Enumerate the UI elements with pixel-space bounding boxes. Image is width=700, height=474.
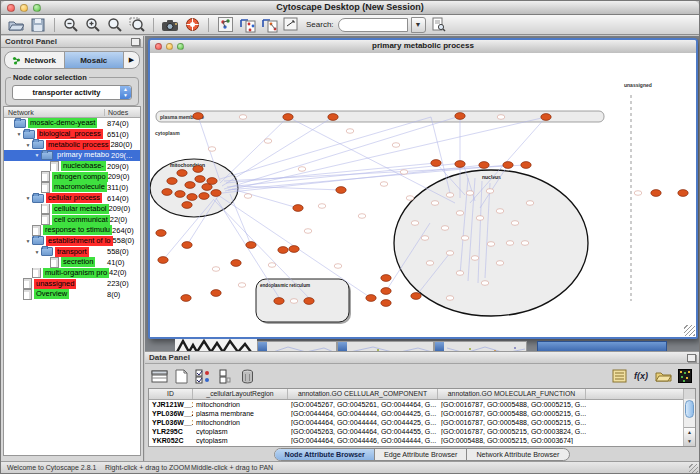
document-icon: [41, 204, 50, 215]
col-molecular-function[interactable]: annotation.GO MOLECULAR_FUNCTION: [438, 389, 586, 399]
tree-col-nodes[interactable]: Nodes: [105, 109, 140, 116]
table-cell: YPL036W__2: [149, 410, 193, 417]
tree-row-multi-organism-pro[interactable]: multi-organism pro42(0): [4, 268, 140, 279]
unselect-attributes-icon[interactable]: [216, 367, 234, 385]
tree-row-primary-metabo[interactable]: ▼primary metabo209(...: [4, 150, 140, 161]
control-panel-title: Control Panel: [5, 37, 57, 46]
snapshot-camera-icon[interactable]: [161, 16, 179, 33]
background-window-sliver[interactable]: [337, 341, 434, 351]
tree-row-biological-process[interactable]: ▼biological_process651(0): [4, 129, 140, 140]
new-attribute-icon[interactable]: [172, 367, 190, 385]
network-node: [421, 236, 429, 241]
table-row-ykr052c[interactable]: YKR052Ccytoplasm[GO:0044464, GO:0044446,…: [149, 436, 695, 445]
zoom-selected-icon[interactable]: [128, 16, 146, 33]
col-region[interactable]: _cellularLayoutRegion: [193, 389, 288, 399]
tab-network-attribute-browser[interactable]: Network Attribute Browser: [467, 449, 568, 460]
network-frame-titlebar[interactable]: primary metabolic process: [150, 40, 696, 54]
search-dropdown-arrow[interactable]: ▼: [411, 17, 426, 33]
node-color-dropdown[interactable]: transporter activity ▲▼: [12, 85, 132, 100]
table-row-ypl036w__1[interactable]: YPL036W__1mitochondrion[GO:0044464, GO:0…: [149, 418, 695, 427]
zoom-fit-icon[interactable]: [106, 16, 124, 33]
table-row-ylr295c[interactable]: YLR295Ccytoplasm[GO:0045263, GO:0044464,…: [149, 427, 695, 436]
table-row-ypl036w__2[interactable]: YPL036W__2plasma membrane[GO:0044464, GO…: [149, 409, 695, 418]
expand-arrow-icon[interactable]: ▼: [24, 195, 32, 201]
select-attributes-icon[interactable]: [194, 367, 212, 385]
col-id[interactable]: ID: [149, 389, 193, 399]
import-attributes-icon[interactable]: [654, 367, 672, 385]
tree-row-count: 209(...: [111, 151, 140, 160]
more-tabs-arrow[interactable]: ▶: [124, 52, 139, 68]
table-row-ydr039c__1[interactable]: YDR039C__1mitochondrion[GO:0044464, GO:0…: [149, 445, 695, 447]
tree-row-cell-communicat[interactable]: cell communicat22(0): [4, 214, 140, 225]
network-overview-icon[interactable]: [216, 16, 234, 33]
tab-edge-attribute-browser[interactable]: Edge Attribute Browser: [375, 449, 468, 460]
tree-row-overview[interactable]: Overview8(0): [4, 289, 140, 300]
frame-resize-grip[interactable]: [684, 325, 695, 336]
col-cellular-component[interactable]: annotation.GO CELLULAR_COMPONENT: [288, 389, 438, 399]
tab-mosaic[interactable]: Mosaic: [65, 52, 125, 68]
expand-arrow-icon[interactable]: ▼: [24, 238, 32, 244]
network-canvas-wrap[interactable]: plasma membranecytoplasmmitochondrionnuc…: [150, 53, 696, 337]
network-node-selected: [381, 288, 391, 295]
zoom-in-icon[interactable]: [84, 16, 102, 33]
tree-row-nucleobase-[interactable]: nucleobase-209(0): [4, 161, 140, 172]
endoplasmic-reticulum-label: endoplasmic reticulum: [260, 283, 310, 288]
expand-arrow-icon[interactable]: ▼: [24, 142, 32, 148]
tree-row-secretion[interactable]: secretion41(0): [4, 257, 140, 268]
float-panel-icon[interactable]: [131, 38, 140, 46]
column-config-icon[interactable]: [684, 389, 695, 399]
table-cell: mitochondrion: [193, 419, 288, 426]
document-icon: [23, 289, 32, 300]
save-icon[interactable]: [29, 16, 47, 33]
tree-row-unassigned[interactable]: unassigned223(0): [4, 278, 140, 289]
float-panel-icon[interactable]: [687, 354, 696, 362]
attribute-list-icon[interactable]: [610, 367, 628, 385]
tree-row-cellular-metabol[interactable]: cellular metabol209(0): [4, 204, 140, 215]
network-view-frame[interactable]: primary metabolic process plasma membran…: [148, 38, 698, 339]
background-window-titlebar[interactable]: [537, 341, 667, 351]
background-window-thumbnail[interactable]: [175, 339, 257, 351]
tree-row-transport[interactable]: ▼transport558(0): [4, 246, 140, 257]
document-icon: [32, 268, 41, 279]
layout-nodes-icon[interactable]: [238, 16, 256, 33]
function-builder-icon[interactable]: f(x): [632, 367, 650, 385]
matrix-heatmap-icon[interactable]: [676, 367, 694, 385]
tab-network[interactable]: Network: [5, 52, 65, 68]
scrollbar-arrows[interactable]: ▲▼: [684, 427, 695, 446]
table-row-yjr121w__1[interactable]: YJR121W__1mitochondrion[GO:0045267, GO:0…: [149, 400, 695, 409]
tree-row-cellular-process[interactable]: ▼cellular process614(0): [4, 193, 140, 204]
network-tab-icon: [12, 56, 21, 65]
zoom-out-icon[interactable]: [62, 16, 80, 33]
tree-row-macromolecule[interactable]: macromolecule311(0): [4, 182, 140, 193]
background-window-sliver[interactable]: [257, 341, 337, 351]
attribute-table-icon[interactable]: [150, 367, 168, 385]
tree-row-mosaic-demo-yeast[interactable]: mosaic-demo-yeast874(0): [4, 118, 140, 129]
open-file-icon[interactable]: [7, 16, 25, 33]
table-scrollbar[interactable]: ▲▼: [683, 399, 695, 446]
expand-arrow-icon[interactable]: ▼: [15, 131, 23, 137]
help-lifering-icon[interactable]: [183, 16, 201, 33]
window-titlebar[interactable]: Cytoscape Desktop (New Session): [1, 1, 699, 15]
tree-row-count: 42(0): [109, 268, 140, 277]
tab-node-attribute-browser[interactable]: Node Attribute Browser: [275, 449, 374, 460]
tree-row-nitrogen-compo[interactable]: nitrogen compo209(0): [4, 171, 140, 182]
background-window-sliver[interactable]: [434, 341, 527, 351]
advanced-search-icon[interactable]: [430, 16, 448, 33]
network-node-selected: [207, 178, 217, 185]
network-node-selected: [175, 191, 185, 198]
tree-row-label: nitrogen compo: [52, 172, 108, 182]
tree-col-network[interactable]: Network: [4, 109, 105, 116]
window-resize-grip[interactable]: [689, 464, 698, 473]
layout-edges-icon[interactable]: [260, 16, 278, 33]
network-canvas[interactable]: plasma membranecytoplasmmitochondrionnuc…: [150, 53, 696, 337]
tree-row-metabolic-process[interactable]: ▼metabolic process280(0): [4, 139, 140, 150]
expand-arrow-icon[interactable]: ▼: [33, 249, 41, 255]
tree-row-establishment-of-lo[interactable]: ▼establishment of lo558(0): [4, 236, 140, 247]
vizmapper-icon[interactable]: [282, 16, 300, 33]
network-node: [441, 226, 449, 231]
delete-attribute-icon[interactable]: [238, 367, 256, 385]
tree-row-response-to-stimulu[interactable]: response to stimulu264(0): [4, 225, 140, 236]
scrollbar-thumb[interactable]: [685, 400, 694, 418]
expand-arrow-icon[interactable]: ▼: [33, 152, 41, 158]
search-input[interactable]: [338, 18, 408, 32]
